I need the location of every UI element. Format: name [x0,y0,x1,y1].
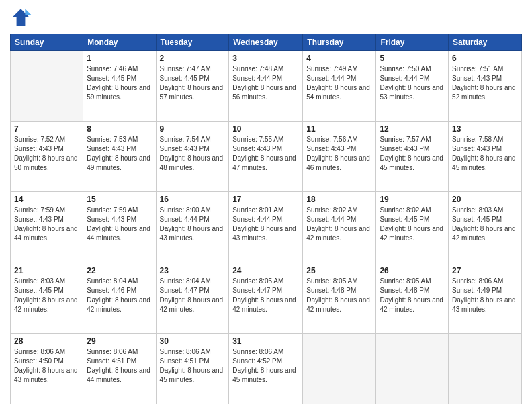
calendar-day-cell: 14Sunrise: 7:59 AMSunset: 4:43 PMDayligh… [11,192,83,263]
day-info: Sunrise: 7:56 AMSunset: 4:43 PMDaylight:… [306,135,372,173]
weekday-header: Friday [376,34,449,51]
day-number: 11 [306,124,372,134]
calendar-day-cell: 13Sunrise: 7:58 AMSunset: 4:43 PMDayligh… [449,122,522,192]
day-info: Sunrise: 8:00 AMSunset: 4:44 PMDaylight:… [160,205,226,243]
day-info: Sunrise: 7:55 AMSunset: 4:43 PMDaylight:… [232,135,299,173]
calendar-day-cell: 12Sunrise: 7:57 AMSunset: 4:43 PMDayligh… [376,122,449,192]
day-info: Sunrise: 7:47 AMSunset: 4:45 PMDaylight:… [160,64,226,102]
day-number: 30 [160,336,226,346]
day-info: Sunrise: 8:04 AMSunset: 4:47 PMDaylight:… [160,277,226,314]
day-info: Sunrise: 8:01 AMSunset: 4:44 PMDaylight:… [232,205,299,243]
calendar-week-row: 14Sunrise: 7:59 AMSunset: 4:43 PMDayligh… [11,192,522,263]
weekday-header: Wednesday [229,34,303,51]
day-info: Sunrise: 7:53 AMSunset: 4:43 PMDaylight:… [87,135,152,173]
day-number: 25 [306,266,372,275]
day-number: 12 [380,124,445,134]
day-info: Sunrise: 8:03 AMSunset: 4:45 PMDaylight:… [452,205,518,243]
day-number: 28 [14,336,79,346]
day-number: 14 [14,195,79,204]
day-info: Sunrise: 8:06 AMSunset: 4:49 PMDaylight:… [452,277,518,314]
day-info: Sunrise: 7:58 AMSunset: 4:43 PMDaylight:… [452,135,518,173]
day-number: 22 [87,266,152,275]
day-info: Sunrise: 8:04 AMSunset: 4:46 PMDaylight:… [87,277,152,314]
calendar-day-cell: 10Sunrise: 7:55 AMSunset: 4:43 PMDayligh… [229,122,303,192]
calendar-day-cell: 18Sunrise: 8:02 AMSunset: 4:44 PMDayligh… [303,192,376,263]
day-number: 31 [232,336,299,346]
weekday-header: Sunday [11,34,83,51]
day-info: Sunrise: 8:05 AMSunset: 4:48 PMDaylight:… [380,277,445,314]
calendar-header-row: SundayMondayTuesdayWednesdayThursdayFrid… [11,34,522,51]
day-info: Sunrise: 7:49 AMSunset: 4:44 PMDaylight:… [306,64,372,102]
day-number: 6 [452,54,518,63]
day-number: 8 [87,124,152,134]
day-number: 19 [380,195,445,204]
day-info: Sunrise: 8:06 AMSunset: 4:51 PMDaylight:… [87,347,152,385]
calendar-day-cell: 8Sunrise: 7:53 AMSunset: 4:43 PMDaylight… [83,122,156,192]
calendar-week-row: 1Sunrise: 7:46 AMSunset: 4:45 PMDaylight… [11,51,522,122]
day-info: Sunrise: 7:59 AMSunset: 4:43 PMDaylight:… [14,205,79,243]
weekday-header: Thursday [303,34,376,51]
day-number: 1 [87,54,152,63]
day-number: 23 [160,266,226,275]
day-info: Sunrise: 7:54 AMSunset: 4:43 PMDaylight:… [160,135,226,173]
day-number: 15 [87,195,152,204]
weekday-header: Monday [83,34,156,51]
calendar-day-cell: 4Sunrise: 7:49 AMSunset: 4:44 PMDaylight… [303,51,376,122]
day-number: 10 [232,124,299,134]
day-number: 7 [14,124,79,134]
day-number: 29 [87,336,152,346]
day-number: 17 [232,195,299,204]
day-info: Sunrise: 8:05 AMSunset: 4:48 PMDaylight:… [306,277,372,314]
calendar-day-cell: 30Sunrise: 8:06 AMSunset: 4:51 PMDayligh… [156,333,229,404]
weekday-header: Saturday [449,34,522,51]
day-number: 20 [452,195,518,204]
calendar-day-cell: 24Sunrise: 8:05 AMSunset: 4:47 PMDayligh… [229,263,303,333]
calendar-day-cell [11,51,83,122]
day-info: Sunrise: 8:02 AMSunset: 4:45 PMDaylight:… [380,205,445,243]
calendar-day-cell: 28Sunrise: 8:06 AMSunset: 4:50 PMDayligh… [11,333,83,404]
day-info: Sunrise: 8:06 AMSunset: 4:50 PMDaylight:… [14,347,79,385]
calendar-day-cell: 9Sunrise: 7:54 AMSunset: 4:43 PMDaylight… [156,122,229,192]
calendar-day-cell: 26Sunrise: 8:05 AMSunset: 4:48 PMDayligh… [376,263,449,333]
day-number: 13 [452,124,518,134]
weekday-header: Tuesday [156,34,229,51]
page: SundayMondayTuesdayWednesdayThursdayFrid… [0,0,532,411]
calendar-day-cell: 21Sunrise: 8:03 AMSunset: 4:45 PMDayligh… [11,263,83,333]
day-info: Sunrise: 8:06 AMSunset: 4:51 PMDaylight:… [160,347,226,385]
day-info: Sunrise: 7:52 AMSunset: 4:43 PMDaylight:… [14,135,79,173]
day-info: Sunrise: 7:46 AMSunset: 4:45 PMDaylight:… [87,64,152,102]
calendar-day-cell: 5Sunrise: 7:50 AMSunset: 4:44 PMDaylight… [376,51,449,122]
day-number: 9 [160,124,226,134]
calendar-day-cell: 17Sunrise: 8:01 AMSunset: 4:44 PMDayligh… [229,192,303,263]
header [10,7,522,28]
day-info: Sunrise: 8:06 AMSunset: 4:52 PMDaylight:… [232,347,299,385]
calendar-day-cell: 11Sunrise: 7:56 AMSunset: 4:43 PMDayligh… [303,122,376,192]
calendar-day-cell: 29Sunrise: 8:06 AMSunset: 4:51 PMDayligh… [83,333,156,404]
calendar-day-cell [449,333,522,404]
day-number: 27 [452,266,518,275]
day-number: 3 [232,54,299,63]
calendar-week-row: 21Sunrise: 8:03 AMSunset: 4:45 PMDayligh… [11,263,522,333]
day-info: Sunrise: 8:02 AMSunset: 4:44 PMDaylight:… [306,205,372,243]
calendar-day-cell: 25Sunrise: 8:05 AMSunset: 4:48 PMDayligh… [303,263,376,333]
logo-icon [10,7,32,28]
calendar-day-cell: 6Sunrise: 7:51 AMSunset: 4:43 PMDaylight… [449,51,522,122]
calendar-day-cell: 3Sunrise: 7:48 AMSunset: 4:44 PMDaylight… [229,51,303,122]
calendar-day-cell: 1Sunrise: 7:46 AMSunset: 4:45 PMDaylight… [83,51,156,122]
day-number: 5 [380,54,445,63]
day-info: Sunrise: 8:03 AMSunset: 4:45 PMDaylight:… [14,277,79,314]
calendar-week-row: 28Sunrise: 8:06 AMSunset: 4:50 PMDayligh… [11,333,522,404]
day-info: Sunrise: 7:59 AMSunset: 4:43 PMDaylight:… [87,205,152,243]
day-info: Sunrise: 7:57 AMSunset: 4:43 PMDaylight:… [380,135,445,173]
calendar-week-row: 7Sunrise: 7:52 AMSunset: 4:43 PMDaylight… [11,122,522,192]
calendar-day-cell: 27Sunrise: 8:06 AMSunset: 4:49 PMDayligh… [449,263,522,333]
day-info: Sunrise: 7:50 AMSunset: 4:44 PMDaylight:… [380,64,445,102]
day-info: Sunrise: 7:48 AMSunset: 4:44 PMDaylight:… [232,64,299,102]
day-number: 2 [160,54,226,63]
day-number: 26 [380,266,445,275]
day-number: 18 [306,195,372,204]
day-number: 4 [306,54,372,63]
calendar-day-cell: 19Sunrise: 8:02 AMSunset: 4:45 PMDayligh… [376,192,449,263]
day-number: 24 [232,266,299,275]
calendar-table: SundayMondayTuesdayWednesdayThursdayFrid… [10,34,522,404]
